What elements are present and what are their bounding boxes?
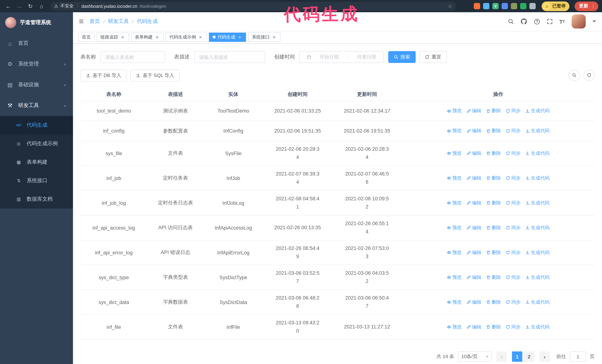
font-size-icon[interactable]: TT (559, 18, 565, 25)
kebab-menu-icon[interactable]: ⋮ (591, 3, 596, 9)
bookmark-star-icon[interactable]: ☆ (448, 3, 452, 9)
table-name-input[interactable] (100, 51, 165, 63)
op-preview-link[interactable]: 预览 (447, 274, 462, 281)
tab-form-builder[interactable]: 表单构建× (131, 32, 163, 42)
op-sync-link[interactable]: 同步 (506, 200, 520, 206)
import-sql-button[interactable]: 基于 SQL 导入 (130, 70, 180, 82)
sidebar-item-database-doc[interactable]: ▥数据库文档 (0, 190, 73, 208)
search-button[interactable]: 搜索 (388, 51, 416, 63)
op-edit-link[interactable]: 编辑 (466, 175, 481, 181)
breadcrumb-item[interactable]: 代码生成 (137, 18, 158, 25)
op-delete-link[interactable]: 删除 (486, 250, 501, 256)
sidebar-item-infrastructure[interactable]: ▤基础设施∨ (0, 74, 73, 95)
extension-people-icon[interactable] (502, 3, 508, 9)
op-edit-link[interactable]: 编辑 (466, 150, 481, 156)
extension-puzzle-icon[interactable] (529, 3, 536, 9)
sidebar-item-api[interactable]: ⇅系统接口 (0, 171, 73, 190)
import-db-button[interactable]: 基于 DB 导入 (80, 70, 127, 82)
page-size-select[interactable]: 10条/页 (458, 351, 492, 362)
fullscreen-icon[interactable] (547, 19, 553, 24)
op-edit-link[interactable]: 编辑 (466, 274, 481, 281)
toggle-search-button[interactable] (569, 70, 580, 81)
op-generate-link[interactable]: 生成代码 (525, 200, 549, 206)
refresh-table-button[interactable] (583, 70, 595, 81)
op-sync-link[interactable]: 同步 (506, 175, 520, 181)
op-edit-link[interactable]: 编辑 (466, 250, 481, 256)
op-sync-link[interactable]: 同步 (506, 150, 520, 156)
sidebar-item-codegen-example[interactable]: ◎代码生成示例 (0, 135, 73, 153)
github-icon[interactable] (520, 18, 527, 25)
op-delete-link[interactable]: 删除 (486, 150, 501, 156)
extension-vue-devtools-icon[interactable]: V (492, 3, 499, 9)
help-icon[interactable] (534, 18, 540, 25)
date-range-picker[interactable]: 开始日期 - 结束日期 (299, 51, 384, 63)
sidebar-item-dev-tools[interactable]: ⚒研发工具∧ (0, 95, 73, 116)
op-edit-link[interactable]: 编辑 (466, 200, 481, 206)
op-generate-link[interactable]: 生成代码 (525, 299, 549, 305)
op-delete-link[interactable]: 删除 (486, 225, 501, 231)
op-preview-link[interactable]: 预览 (447, 150, 462, 156)
op-delete-link[interactable]: 删除 (486, 128, 501, 134)
tab-tracing[interactable]: 链路追踪× (97, 32, 129, 42)
profile-paused-badge[interactable]: ☺ 已暂停 (542, 1, 570, 11)
extension-proxy-icon[interactable] (511, 3, 517, 9)
browser-home-icon[interactable]: ⌂ (37, 2, 46, 10)
op-preview-link[interactable]: 预览 (447, 200, 462, 206)
tab-api[interactable]: 系统接口× (248, 32, 280, 42)
op-delete-link[interactable]: 删除 (486, 175, 501, 181)
op-generate-link[interactable]: 生成代码 (525, 128, 549, 134)
sidebar-item-codegen[interactable]: </>代码生成 (0, 116, 73, 135)
sidebar-item-home[interactable]: ⌂首页 (0, 33, 73, 54)
reload-icon[interactable]: ↻ (26, 2, 35, 10)
table-desc-input[interactable] (194, 51, 265, 63)
update-button[interactable]: 更新 ⋮ (575, 1, 598, 11)
extension-orange-icon[interactable] (474, 3, 480, 9)
op-edit-link[interactable]: 编辑 (466, 299, 481, 305)
back-icon[interactable]: ← (4, 2, 13, 10)
op-delete-link[interactable]: 删除 (486, 324, 501, 330)
op-delete-link[interactable]: 删除 (486, 274, 501, 281)
tab-home[interactable]: 首页 (78, 32, 95, 42)
op-edit-link[interactable]: 编辑 (466, 324, 481, 330)
op-preview-link[interactable]: 预览 (447, 324, 462, 330)
op-delete-link[interactable]: 删除 (486, 200, 501, 206)
close-icon[interactable]: × (154, 34, 160, 40)
close-icon[interactable]: × (198, 34, 203, 40)
tab-codegen[interactable]: 代码生成× (209, 32, 246, 42)
page-button-2[interactable]: 2 (524, 351, 534, 362)
op-preview-link[interactable]: 预览 (447, 108, 462, 114)
goto-page-input[interactable] (570, 351, 586, 362)
next-page-button[interactable]: › (539, 351, 550, 362)
reset-button[interactable]: 重置 (419, 51, 447, 63)
close-icon[interactable]: × (120, 34, 125, 40)
op-sync-link[interactable]: 同步 (506, 225, 520, 231)
app-logo-row[interactable]: 芋道管理系统 (0, 12, 73, 33)
user-avatar[interactable] (572, 14, 586, 29)
op-sync-link[interactable]: 同步 (506, 324, 520, 330)
extension-blue-drop-icon[interactable] (483, 3, 489, 9)
op-delete-link[interactable]: 删除 (486, 299, 501, 305)
op-generate-link[interactable]: 生成代码 (525, 150, 549, 156)
chevron-down-icon[interactable] (592, 20, 596, 23)
op-preview-link[interactable]: 预览 (447, 175, 462, 181)
op-generate-link[interactable]: 生成代码 (525, 250, 549, 256)
op-sync-link[interactable]: 同步 (506, 250, 520, 256)
op-sync-link[interactable]: 同步 (506, 108, 520, 114)
address-bar[interactable]: ⚠ 不安全 dashboard.yudao.iocoder.cn/tool/co… (50, 2, 456, 10)
op-edit-link[interactable]: 编辑 (466, 108, 481, 114)
breadcrumb-item[interactable]: 首页 (90, 18, 100, 25)
page-button-1[interactable]: 1 (512, 351, 522, 362)
op-edit-link[interactable]: 编辑 (466, 225, 481, 231)
op-preview-link[interactable]: 预览 (447, 299, 462, 305)
breadcrumb-item[interactable]: 研发工具 (108, 18, 129, 25)
close-icon[interactable]: × (237, 34, 242, 40)
extension-green-icon[interactable] (520, 3, 527, 9)
op-generate-link[interactable]: 生成代码 (525, 274, 549, 281)
op-sync-link[interactable]: 同步 (506, 274, 520, 281)
sidebar-item-system-management[interactable]: ⚙系统管理∨ (0, 54, 73, 74)
op-generate-link[interactable]: 生成代码 (525, 324, 549, 330)
op-preview-link[interactable]: 预览 (447, 250, 462, 256)
op-edit-link[interactable]: 编辑 (466, 128, 481, 134)
op-delete-link[interactable]: 删除 (486, 108, 501, 114)
close-icon[interactable]: × (271, 34, 277, 40)
